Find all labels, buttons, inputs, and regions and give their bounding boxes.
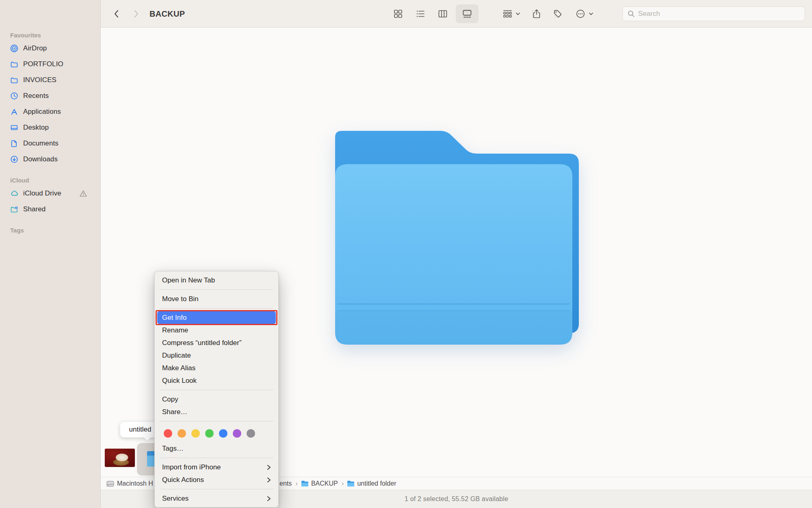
- sidebar-item-desktop[interactable]: Desktop: [0, 119, 100, 135]
- chevron-down-icon: [589, 11, 593, 16]
- sidebar-section-icloud: iCloud: [10, 177, 100, 184]
- breadcrumb-label-backup[interactable]: BACKUP: [311, 480, 338, 487]
- share-icon: [532, 9, 541, 19]
- menu-separator: [160, 421, 273, 421]
- menu-item-quick-actions[interactable]: Quick Actions: [155, 473, 278, 486]
- tags-button[interactable]: [552, 0, 563, 28]
- group-icon: [502, 9, 513, 19]
- sidebar-item-recents[interactable]: Recents: [0, 88, 100, 104]
- breadcrumb-macintosh-hd[interactable]: Macintosh H: [106, 477, 153, 490]
- menu-item-get-info[interactable]: Get Info: [157, 311, 276, 324]
- sidebar-item-downloads[interactable]: Downloads: [0, 151, 100, 167]
- column-view-icon: [438, 9, 448, 19]
- menu-item-quick-look[interactable]: Quick Look: [155, 374, 278, 387]
- icloud-icon: [10, 189, 18, 198]
- sidebar: Favourites AirDrop PORTFOLIO INVOICES: [0, 0, 101, 508]
- menu-item-label: Quick Look: [162, 374, 271, 387]
- menu-separator: [160, 390, 273, 390]
- sidebar-item-documents[interactable]: Documents: [0, 135, 100, 151]
- sidebar-item-icloud-drive[interactable]: iCloud Drive: [0, 185, 100, 201]
- sidebar-item-invoices[interactable]: INVOICES: [0, 72, 100, 88]
- sidebar-item-airdrop[interactable]: AirDrop: [0, 40, 100, 56]
- tag-icon: [553, 9, 563, 19]
- submenu-chevron-icon: [267, 465, 271, 470]
- menu-item-tags[interactable]: Tags…: [155, 442, 278, 455]
- more-actions-chevron-button[interactable]: [588, 0, 594, 28]
- group-button[interactable]: [502, 0, 513, 28]
- applications-icon: [10, 108, 18, 116]
- share-button[interactable]: [531, 0, 542, 28]
- column-view-button[interactable]: [434, 0, 452, 28]
- menu-item-label: Duplicate: [162, 349, 271, 362]
- more-actions-button[interactable]: [575, 0, 586, 28]
- folder-icon: [301, 481, 308, 486]
- sidebar-item-shared[interactable]: Shared: [0, 201, 100, 217]
- breadcrumb-label: Macintosh H: [117, 480, 153, 487]
- airdrop-icon: [10, 44, 18, 52]
- selected-folder-preview[interactable]: [323, 120, 591, 350]
- menu-separator: [160, 289, 273, 290]
- menu-item-label: Rename: [162, 324, 271, 336]
- menu-item-copy[interactable]: Copy: [155, 393, 278, 406]
- chevron-left-icon: [112, 9, 121, 19]
- tag-color-dot-4[interactable]: [219, 429, 227, 438]
- gallery-view-button[interactable]: [458, 0, 476, 28]
- menu-item-label: Tags…: [162, 442, 271, 455]
- menu-item-make-alias[interactable]: Make Alias: [155, 362, 278, 374]
- icon-view-icon: [393, 9, 403, 19]
- menu-item-compress[interactable]: Compress “untitled folder”: [155, 336, 278, 349]
- back-button[interactable]: [110, 0, 123, 28]
- chevron-down-icon: [515, 11, 520, 16]
- breadcrumb-separator: ›: [294, 480, 299, 488]
- ellipsis-circle-icon: [576, 9, 585, 19]
- folder-icon: [10, 60, 18, 68]
- photo-thumbnail[interactable]: [105, 449, 135, 467]
- folder-icon: [10, 76, 18, 84]
- breadcrumb-label-untitled-folder[interactable]: untitled folder: [357, 480, 396, 487]
- menu-item-open-in-new-tab[interactable]: Open in New Tab: [155, 274, 278, 287]
- menu-item-duplicate[interactable]: Duplicate: [155, 349, 278, 362]
- tag-color-dot-0[interactable]: [164, 429, 172, 438]
- folder-icon: [347, 481, 354, 486]
- gallery-view-icon: [462, 9, 472, 19]
- menu-item-share[interactable]: Share…: [155, 406, 278, 418]
- sidebar-item-label: iCloud Drive: [23, 189, 61, 198]
- sidebar-item-label: Recents: [23, 92, 49, 100]
- menu-item-label: Open in New Tab: [162, 274, 271, 287]
- tag-color-dot-2[interactable]: [191, 429, 200, 438]
- menu-separator: [160, 489, 273, 489]
- search-field[interactable]: [622, 7, 805, 21]
- tag-color-dot-6[interactable]: [247, 429, 255, 438]
- menu-item-label: Services: [162, 492, 267, 505]
- icon-view-button[interactable]: [389, 0, 407, 28]
- forward-button[interactable]: [129, 0, 143, 28]
- submenu-chevron-icon: [267, 477, 271, 483]
- context-menu: Open in New Tab Move to Bin Get Info Ren…: [154, 271, 279, 508]
- sidebar-item-label: Downloads: [23, 155, 58, 163]
- breadcrumb-label-documents-fragment[interactable]: ents: [279, 480, 292, 487]
- search-input[interactable]: [638, 10, 800, 18]
- menu-item-rename[interactable]: Rename: [155, 324, 278, 336]
- menu-item-import-from-iphone[interactable]: Import from iPhone: [155, 461, 278, 473]
- desktop-icon: [10, 124, 18, 132]
- filename-tooltip-text: untitled: [129, 426, 152, 434]
- tag-color-dot-3[interactable]: [205, 429, 214, 438]
- menu-item-services[interactable]: Services: [155, 492, 278, 505]
- sidebar-section-tags: Tags: [10, 227, 100, 234]
- sidebar-item-applications[interactable]: Applications: [0, 104, 100, 119]
- tag-color-dot-1[interactable]: [178, 429, 186, 438]
- menu-item-label: Move to Bin: [162, 293, 271, 305]
- sidebar-item-portfolio[interactable]: PORTFOLIO: [0, 56, 100, 72]
- menu-item-move-to-bin[interactable]: Move to Bin: [155, 293, 278, 305]
- shared-folder-icon: [10, 205, 18, 213]
- group-chevron-button[interactable]: [515, 0, 521, 28]
- document-icon: [10, 139, 18, 148]
- menu-separator: [160, 458, 273, 458]
- menu-item-label: Compress “untitled folder”: [162, 336, 271, 349]
- window-title: BACKUP: [149, 0, 185, 28]
- sidebar-item-label: Shared: [23, 205, 45, 213]
- tag-color-dot-5[interactable]: [233, 429, 241, 438]
- menu-separator: [160, 308, 273, 308]
- list-view-button[interactable]: [411, 0, 429, 28]
- hard-drive-icon: [106, 481, 114, 487]
